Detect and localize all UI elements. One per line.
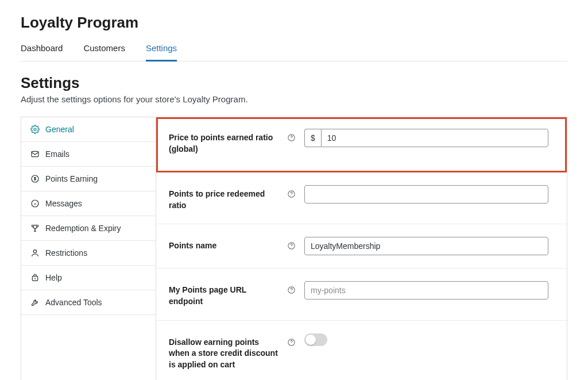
sidebar-item-messages[interactable]: Messages: [21, 191, 156, 216]
sidebar-item-restrictions[interactable]: Restrictions: [21, 241, 156, 266]
field-label: Points name: [169, 237, 278, 252]
sidebar-item-label: Points Earning: [45, 174, 98, 183]
sidebar-item-advanced-tools[interactable]: Advanced Tools: [21, 290, 156, 315]
sidebar-item-label: Messages: [45, 199, 82, 208]
points-to-price-input[interactable]: [304, 185, 548, 204]
sidebar-item-label: Help: [45, 273, 62, 282]
user-icon: [30, 248, 40, 258]
sidebar-item-label: General: [45, 125, 74, 134]
field-label: Disallow earning points when a store cre…: [169, 333, 278, 371]
section-title: Settings: [21, 74, 567, 92]
sidebar-item-label: Redemption & Expiry: [45, 224, 121, 233]
trophy-icon: [30, 224, 40, 233]
url-endpoint-input[interactable]: [304, 281, 548, 300]
section-desc: Adjust the settings options for your sto…: [21, 94, 567, 104]
dollar-circle-icon: [30, 174, 40, 183]
disallow-earning-toggle[interactable]: [304, 333, 327, 346]
field-label: My Points page URL endpoint: [169, 281, 278, 307]
settings-content: Price to points earned ratio (global) $ …: [156, 117, 567, 380]
help-icon[interactable]: [286, 185, 296, 198]
svg-point-0: [34, 128, 36, 130]
field-points-name: Points name: [156, 224, 567, 268]
sidebar-item-label: Advanced Tools: [45, 298, 102, 307]
tab-settings[interactable]: Settings: [146, 40, 177, 62]
svg-point-4: [33, 250, 36, 253]
tools-icon: [30, 298, 40, 307]
field-price-to-points: Price to points earned ratio (global) $: [156, 117, 567, 172]
mail-icon: [30, 149, 40, 159]
field-label: Points to price redeemed ratio: [169, 185, 278, 211]
sidebar-item-points-earning[interactable]: Points Earning: [21, 167, 156, 191]
price-to-points-input[interactable]: [321, 129, 548, 147]
info-icon: [30, 199, 40, 208]
help-icon[interactable]: [286, 281, 296, 294]
currency-prefix: $: [304, 129, 321, 147]
tab-bar: Dashboard Customers Settings: [21, 40, 567, 62]
help-icon[interactable]: [286, 333, 296, 347]
page-title: Loyalty Program: [21, 14, 567, 32]
tab-customers[interactable]: Customers: [83, 40, 125, 62]
sidebar-item-label: Restrictions: [45, 248, 87, 258]
field-disallow-earning: Disallow earning points when a store cre…: [156, 321, 567, 380]
gear-icon: [30, 125, 40, 134]
bag-icon: [30, 273, 40, 282]
help-icon[interactable]: [286, 237, 296, 250]
field-points-to-price: Points to price redeemed ratio: [156, 172, 567, 224]
sidebar-item-help[interactable]: Help: [21, 266, 156, 290]
sidebar-item-label: Emails: [45, 149, 69, 159]
help-icon[interactable]: [286, 129, 296, 142]
field-url-endpoint: My Points page URL endpoint: [156, 268, 567, 320]
sidebar-item-general[interactable]: General: [21, 117, 156, 142]
settings-sidebar: General Emails Points Earning Messages R…: [21, 117, 156, 380]
field-label: Price to points earned ratio (global): [169, 129, 278, 155]
tab-dashboard[interactable]: Dashboard: [21, 40, 63, 62]
settings-panel: General Emails Points Earning Messages R…: [21, 117, 567, 380]
sidebar-item-emails[interactable]: Emails: [21, 142, 156, 167]
sidebar-item-redemption-expiry[interactable]: Redemption & Expiry: [21, 216, 156, 241]
points-name-input[interactable]: [304, 237, 548, 255]
